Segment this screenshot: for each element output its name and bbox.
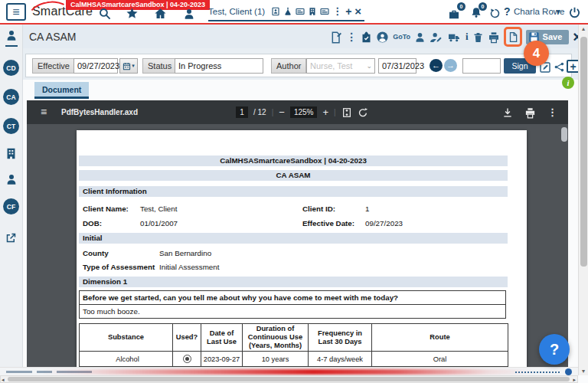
client-tab-label[interactable]: Test, Client (1) — [208, 7, 265, 16]
zoom-in-icon[interactable]: + — [322, 106, 328, 118]
delete-trash-icon[interactable] — [472, 30, 484, 44]
open-client-tab[interactable]: Test, Client (1) ⋮ + × — [208, 4, 364, 21]
header-kebab-icon[interactable]: ⋮ — [346, 31, 357, 43]
scroll-up-icon[interactable]: ▴ — [579, 25, 588, 32]
calendar-icon — [122, 62, 131, 70]
tab-document[interactable]: Document — [34, 82, 89, 99]
assessment-type-label: Type of Assessment — [83, 263, 155, 272]
client-list-icon[interactable] — [320, 5, 329, 18]
logout-power-icon[interactable] — [568, 5, 581, 19]
effective-date-input[interactable]: 09/27/2023 — [74, 58, 118, 74]
client-person-icon[interactable] — [414, 30, 426, 44]
sidebar-item-ct[interactable]: CT — [3, 118, 19, 134]
zoom-out-icon[interactable]: − — [279, 106, 285, 118]
help-icon[interactable]: ? — [504, 5, 511, 18]
edit-person-icon[interactable] — [430, 30, 443, 44]
scroll-right-icon[interactable]: ▸ — [573, 376, 576, 383]
help-bubble-button[interactable]: ? — [539, 334, 570, 365]
scroll-down-icon[interactable]: ▾ — [579, 368, 588, 375]
horizontal-scrollbar-thumb[interactable] — [8, 377, 570, 381]
end-date-input[interactable]: 07/31/2023 — [378, 58, 416, 74]
col-date-of-last-use: Date of Last Use — [201, 324, 243, 352]
effective-label: Effective — [32, 58, 75, 74]
client-more-kebab-icon[interactable]: ⋮ — [332, 5, 342, 17]
effective-date-value: 09/27/2023 — [365, 219, 403, 228]
sidebar-item-person[interactable] — [5, 173, 18, 185]
status-blue-dot-icon — [565, 368, 572, 375]
main-menu-icon[interactable]: ≡ — [6, 3, 26, 21]
document-toolbar: Effective 09/27/2023 ▾ Status In Progres… — [25, 54, 572, 77]
home-icon[interactable] — [154, 6, 167, 20]
assessment-type-value: Initial Assessment — [159, 263, 219, 272]
scroll-left-icon[interactable]: ◂ — [2, 376, 5, 383]
print-icon[interactable] — [488, 30, 500, 44]
search-icon[interactable] — [98, 6, 111, 20]
sidebar-item-client-active[interactable] — [5, 29, 18, 47]
clipboard-check-icon[interactable] — [361, 30, 372, 44]
facility-icon[interactable] — [308, 5, 317, 18]
favorites-star-icon[interactable] — [126, 6, 139, 20]
client-search-person-icon[interactable] — [183, 6, 195, 20]
sidebar-item-cf[interactable]: CF — [3, 198, 19, 214]
cell-used — [173, 352, 201, 367]
pdf-page-input[interactable]: 1 — [236, 106, 248, 118]
client-add-icon[interactable]: + — [345, 5, 351, 18]
signed-field-input[interactable] — [462, 58, 501, 74]
pdf-doc-banner: CalMHSASmartcareSandbox | 04-20-2023 — [79, 155, 508, 166]
county-label: County — [83, 249, 109, 258]
caseload-badge: 0 — [457, 2, 466, 11]
sidebar-item-cd[interactable]: CD — [3, 60, 19, 76]
client-close-icon[interactable]: × — [354, 5, 361, 18]
ct-badge: CT — [3, 118, 19, 134]
pdf-zoom-level[interactable]: 125% — [290, 106, 318, 118]
cell-substance: Alcohol — [80, 352, 173, 367]
pdf-scrollbar-thumb[interactable] — [561, 127, 567, 142]
share-route-icon[interactable] — [554, 60, 565, 75]
goto-button[interactable]: GoTo — [393, 33, 410, 41]
pdf-page-count: / 12 — [253, 108, 266, 116]
client-summary-icon[interactable] — [271, 5, 280, 18]
author-avatar-icon[interactable] — [376, 30, 389, 44]
next-arrow-button[interactable]: → — [444, 59, 457, 72]
client-card-icon[interactable] — [296, 5, 305, 18]
status-input[interactable]: In Progress — [175, 58, 263, 74]
lab-flask-icon[interactable] — [283, 5, 292, 18]
new-document-pen-icon[interactable] — [330, 30, 342, 44]
user-menu-chevron-icon[interactable]: ▾ — [557, 8, 560, 15]
pdf-download-icon[interactable] — [502, 106, 513, 119]
initial-heading: Initial — [79, 233, 508, 244]
status-label: Status — [142, 58, 177, 74]
dimension1-heading: Dimension 1 — [79, 277, 508, 287]
sidebar-item-facility[interactable] — [5, 147, 18, 160]
pdf-filename: PdfBytesHandler.axd — [61, 108, 138, 116]
previous-arrow-button[interactable]: ← — [430, 59, 443, 72]
substance-table-header-row: Substance Used? Date of Last Use Duratio… — [80, 324, 508, 352]
rotate-icon[interactable] — [358, 107, 368, 118]
new-document-icon[interactable] — [508, 30, 518, 44]
cell-date-of-last-use: 2023-09-27 — [201, 352, 243, 367]
sidebar-item-ca[interactable]: CA — [3, 89, 19, 105]
cell-duration: 10 years — [243, 352, 309, 367]
col-duration: Duration of Continuous Use (Years, Month… — [243, 324, 309, 352]
sidebar-item-external-link[interactable] — [5, 232, 17, 244]
green-info-button[interactable]: i — [562, 77, 574, 89]
calendar-picker-button[interactable]: ▾ — [119, 58, 138, 74]
county-row: County San Bernardino — [77, 249, 505, 258]
pdf-more-kebab-icon[interactable]: ⋮ — [547, 106, 557, 118]
step-annotation-badge: 4 — [524, 41, 549, 66]
pdf-print-icon[interactable] — [524, 106, 536, 119]
col-frequency: Frequency in Last 30 Days — [309, 324, 372, 352]
horizontal-scrollbar[interactable]: ◂ ▸ — [0, 375, 578, 383]
fit-to-page-icon[interactable] — [341, 107, 352, 118]
vertical-scrollbar[interactable]: ▴ ▾ — [578, 25, 588, 375]
info-icon[interactable]: i — [466, 31, 469, 43]
client-name-row: Client Name: Test, Client Client ID: 1 — [77, 205, 505, 214]
substance-table: Substance Used? Date of Last Use Duratio… — [79, 323, 508, 367]
county-value: San Bernardino — [159, 249, 211, 258]
pdf-menu-icon[interactable]: ≡ — [41, 106, 47, 118]
transport-truck-icon[interactable] — [446, 30, 462, 44]
ca-badge: CA — [3, 89, 19, 105]
pdf-page: CalMHSASmartcareSandbox | 04-20-2023 CA … — [77, 130, 527, 368]
history-icon[interactable] — [489, 6, 501, 20]
vertical-scrollbar-thumb[interactable] — [580, 37, 587, 267]
